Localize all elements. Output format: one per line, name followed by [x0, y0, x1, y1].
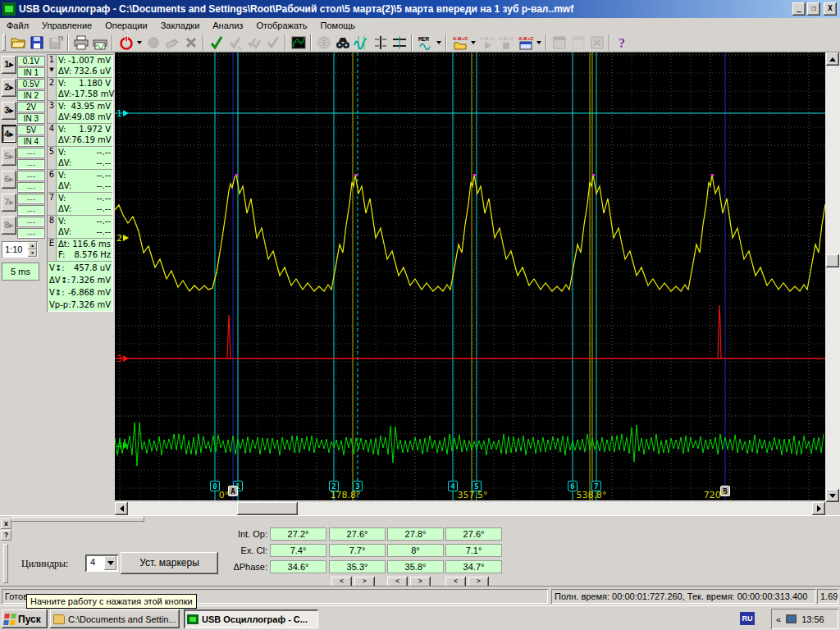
vertical-scroll-thumb[interactable] [826, 254, 839, 267]
menu-item-Закладки[interactable]: Закладки [154, 19, 207, 33]
oscilloscope-display[interactable]: 1234 01234567AB0°178.8°357.5°538.8°720° [115, 52, 825, 500]
vertical-cursor-button[interactable] [371, 34, 390, 52]
minimize-button[interactable]: _ [792, 2, 806, 16]
cylinders-select[interactable]: 4 [85, 555, 118, 572]
probe-ratio-field[interactable]: 1:10 ▲ ▼ [2, 241, 38, 258]
taskbar-task-2[interactable]: USB Осциллограф - C... [184, 609, 318, 628]
measurement-values: V:--.--ΔV:--.-- [57, 216, 112, 237]
open-file-button[interactable] [8, 34, 27, 52]
measurement-values: V:43.95 mVΔV:49.08 mV [57, 101, 112, 122]
waveform-canvas: 1234 [115, 52, 825, 500]
measurement-value: -1.007 mV [68, 55, 111, 66]
stop-device-button-dropdown-arrow[interactable] [137, 41, 142, 44]
channel-7-range[interactable]: --- [17, 194, 45, 204]
menu-item-Управление[interactable]: Управление [35, 19, 98, 33]
taskbar-task-1[interactable]: C:\Documents and Settin... [50, 609, 180, 628]
menu-item-Файл[interactable]: Файл [0, 19, 35, 33]
measurement-label: V: [58, 170, 66, 180]
ratio-spin-up[interactable]: ▲ [28, 242, 37, 249]
measurement-label: Δt: [58, 239, 70, 249]
channel-5-button[interactable]: 5▶ [2, 148, 16, 166]
menu-item-Операции[interactable]: Операции [98, 19, 153, 33]
channel-1-range[interactable]: 0.1V [17, 56, 45, 66]
measurement-values: V:1.180 VΔV:-17.58 mV [57, 78, 112, 99]
time-div-field[interactable]: 5 ms [2, 262, 39, 281]
svg-text:?: ? [619, 36, 625, 50]
menu-item-Анализ[interactable]: Анализ [206, 19, 249, 33]
channel-8-range[interactable]: --- [17, 217, 45, 227]
task-label: USB Осциллограф - C... [202, 614, 308, 624]
stat-value: -6.868 mV [68, 286, 111, 299]
measurement-line: ΔV:-17.58 mV [57, 89, 112, 99]
print-preview-button[interactable] [90, 34, 109, 52]
scroll-down-button[interactable] [826, 489, 839, 502]
panel-grab-handle[interactable] [11, 517, 144, 522]
channel-2-input-name[interactable]: IN 2 [17, 90, 45, 101]
channel-5-input-name[interactable]: --- [17, 159, 45, 170]
marker-flag-A[interactable]: A [228, 486, 238, 496]
measurement-line: V:-1.007 mV [57, 55, 112, 66]
search-globe-button [314, 34, 333, 52]
memory-button[interactable]: MEM [415, 34, 443, 52]
wave-markers-button[interactable] [352, 34, 371, 52]
panel-close-button[interactable]: x [1, 518, 11, 529]
channel-2-range[interactable]: 0.5V [17, 79, 45, 89]
measurement-channel-number: 8 [48, 216, 57, 238]
tray-collapse-button[interactable]: « [776, 614, 781, 624]
measurement-value: --.-- [96, 193, 111, 203]
channel-6-button[interactable]: 6▶ [2, 171, 16, 189]
channel-4-button[interactable]: 4▶ [2, 125, 16, 143]
language-indicator[interactable]: RU [740, 612, 755, 625]
xy-display-button[interactable] [289, 34, 308, 52]
scroll-right-button[interactable] [812, 502, 825, 515]
table-row-label: Int. Op: [223, 527, 267, 541]
menu-item-Помощь[interactable]: Помощь [314, 19, 363, 33]
channel-7-input-name[interactable]: --- [17, 205, 45, 216]
scroll-up-button[interactable] [826, 52, 839, 66]
apply-button[interactable] [207, 34, 226, 52]
channel-3-input-name[interactable]: IN 3 [17, 113, 45, 124]
help-button[interactable]: ? [613, 34, 632, 52]
script-window-button-dropdown-arrow[interactable] [536, 41, 541, 44]
set-markers-button[interactable]: Уст. маркеры [121, 552, 218, 574]
channel-8-button[interactable]: 8▶ [2, 217, 16, 235]
horizontal-scroll-thumb[interactable] [237, 502, 298, 515]
measurement-values: V:--.--ΔV:--.-- [57, 170, 112, 191]
script-open-button-dropdown-arrow[interactable] [471, 41, 476, 44]
channel-6-input-name[interactable]: --- [17, 182, 45, 193]
channel-7-button[interactable]: 7▶ [2, 194, 16, 212]
channel-1-button[interactable]: 1▶ [2, 56, 16, 74]
find-button[interactable] [333, 34, 352, 52]
channel-8-input-name[interactable]: --- [17, 228, 45, 239]
ratio-spin-down[interactable]: ▼ [28, 249, 37, 257]
title-bar[interactable]: USB Осциллограф - C:\Documents and Setti… [0, 0, 840, 18]
channel-1-input-name[interactable]: IN 1 [17, 67, 45, 78]
scroll-left-button[interactable] [115, 502, 128, 515]
script-window-button[interactable]: A:B+C [515, 34, 543, 52]
measurement-label: V: [58, 147, 66, 158]
close-button[interactable]: X [824, 2, 837, 16]
print-button[interactable] [71, 34, 90, 52]
menu-item-Отображать[interactable]: Отображать [249, 19, 313, 33]
channel-4-input-name[interactable]: IN 4 [17, 136, 45, 147]
restore-button[interactable]: ❐ [807, 2, 820, 16]
marker-flag-4[interactable]: 4 [448, 481, 458, 491]
stop-device-button[interactable] [116, 34, 144, 52]
vertical-scrollbar[interactable] [825, 52, 840, 502]
memory-button-dropdown-arrow[interactable] [436, 41, 441, 44]
channel-3-button[interactable]: 3▶ [2, 102, 16, 120]
horizontal-scrollbar[interactable] [115, 502, 825, 515]
script-open-button[interactable]: A:B+C [450, 34, 477, 52]
save-file-button[interactable] [27, 34, 46, 52]
network-monitor-icon[interactable] [786, 614, 797, 623]
start-button[interactable]: Пуск [2, 609, 48, 628]
measurement-values: Δt:116.6 msF:8.576 Hz [57, 239, 112, 260]
panel-help-button[interactable]: ? [1, 530, 11, 541]
channel-5-range[interactable]: --- [17, 148, 45, 158]
horizontal-cursor-button[interactable] [390, 34, 409, 52]
channel-6-range[interactable]: --- [17, 171, 45, 181]
channel-4-range[interactable]: 5V [17, 125, 45, 135]
cylinders-dropdown-arrow[interactable] [104, 556, 116, 570]
channel-2-button[interactable]: 2▶ [2, 79, 16, 97]
channel-3-range[interactable]: 2V [17, 102, 45, 112]
